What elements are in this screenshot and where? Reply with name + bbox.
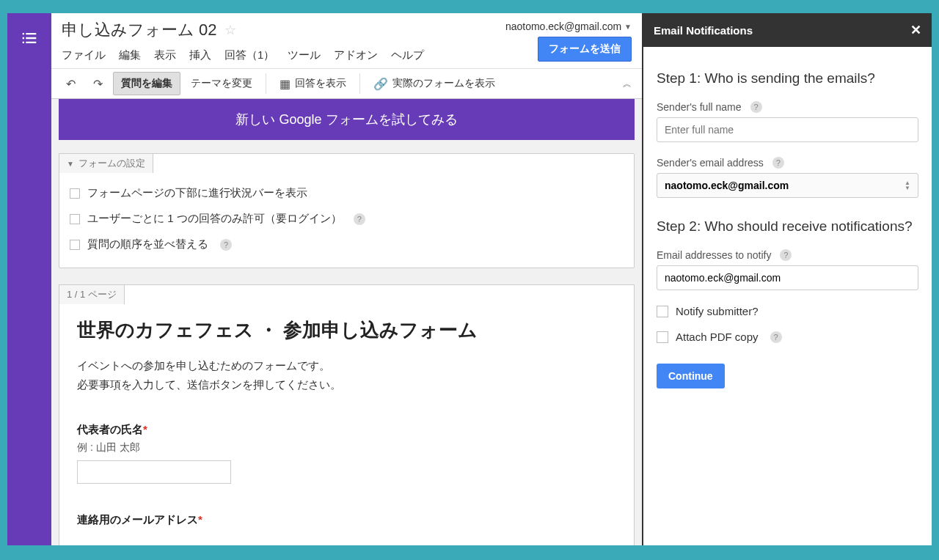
notify-addr-label: Email addresses to notify? — [657, 249, 918, 261]
change-theme-tab[interactable]: テーマを変更 — [183, 73, 260, 95]
account-email: naotomo.eck@gmail.com — [505, 21, 621, 32]
menu-help[interactable]: ヘルプ — [391, 48, 424, 62]
table-icon: ▦ — [279, 77, 291, 91]
redo-icon: ↷ — [93, 77, 103, 91]
form-page: 1 / 1 ページ 世界のカフェフェス ・ 参加申し込みフォーム イベントへの参… — [59, 284, 635, 545]
step2-heading: Step 2: Who should receive notifications… — [657, 218, 918, 235]
try-new-forms-banner[interactable]: 新しい Google フォームを試してみる — [59, 99, 635, 140]
help-icon[interactable]: ? — [780, 249, 792, 261]
page-indicator: 1 / 1 ページ — [59, 284, 125, 304]
show-responses-tab[interactable]: ▦回答を表示 — [272, 73, 354, 95]
menu-addons[interactable]: アドオン — [334, 48, 378, 62]
help-icon[interactable]: ? — [354, 213, 365, 225]
checkbox-icon — [70, 240, 80, 250]
separator — [266, 73, 266, 94]
required-mark: * — [143, 423, 147, 435]
sender-name-label: Sender's full name? — [657, 101, 918, 113]
continue-button[interactable]: Continue — [657, 364, 725, 388]
chevron-down-icon: ▼ — [67, 160, 74, 168]
close-icon[interactable]: ✕ — [910, 22, 921, 38]
form-settings-tab[interactable]: ▼ フォームの設定 — [59, 153, 153, 173]
toolbar: ↶ ↷ 質問を編集 テーマを変更 ▦回答を表示 🔗実際のフォームを表示 ︽ — [51, 69, 642, 99]
menu-tools[interactable]: ツール — [288, 48, 321, 62]
account-menu[interactable]: naotomo.eck@gmail.com ▼ — [505, 21, 632, 32]
help-icon[interactable]: ? — [220, 239, 232, 251]
form-settings-panel: ▼ フォームの設定 フォームページの下部に進行状況バーを表示 ユーザーごとに 1… — [59, 153, 635, 268]
undo-icon: ↶ — [66, 77, 76, 91]
setting-shuffle[interactable]: 質問の順序を並べ替える ? — [70, 232, 624, 257]
required-mark: * — [198, 513, 202, 526]
document-title[interactable]: 申し込みフォーム 02 — [62, 19, 217, 41]
help-icon[interactable]: ? — [770, 331, 782, 343]
edit-questions-tab[interactable]: 質問を編集 — [113, 72, 180, 95]
email-notifications-sidebar: Email Notifications ✕ Step 1: Who is sen… — [642, 13, 932, 545]
step1-heading: Step 1: Who is sending the emails? — [657, 70, 918, 86]
header: 申し込みフォーム 02 ☆ naotomo.eck@gmail.com ▼ フォ… — [51, 13, 642, 69]
attach-pdf-checkbox[interactable]: Attach PDF copy ? — [657, 331, 918, 343]
menu-responses[interactable]: 回答（1） — [224, 48, 274, 62]
checkbox-icon — [657, 306, 668, 317]
setting-one-response[interactable]: ユーザーごとに 1 つの回答のみ許可（要ログイン） ? — [70, 206, 624, 232]
checkbox-icon — [657, 331, 668, 343]
chevron-down-icon: ▼ — [624, 23, 632, 31]
menu-edit[interactable]: 編集 — [119, 48, 141, 62]
sender-name-input[interactable] — [657, 117, 918, 142]
sidebar-title: Email Notifications — [654, 24, 753, 37]
form-title[interactable]: 世界のカフェフェス ・ 参加申し込みフォーム — [77, 317, 616, 343]
question-name-label[interactable]: 代表者の氏名* — [77, 423, 616, 437]
menu-file[interactable]: ファイル — [62, 48, 106, 62]
question-name-hint: 例 : 山田 太郎 — [77, 441, 616, 454]
sender-email-select[interactable]: naotomo.eck@gmail.com ▲▼ — [657, 173, 918, 198]
checkbox-icon — [70, 214, 80, 224]
checkbox-icon — [70, 188, 80, 199]
list-icon — [19, 28, 40, 51]
undo-button[interactable]: ↶ — [59, 73, 83, 95]
question-email-label[interactable]: 連絡用のメールアドレス* — [77, 513, 616, 527]
setting-progress-bar[interactable]: フォームページの下部に進行状況バーを表示 — [70, 180, 624, 206]
notify-submitter-checkbox[interactable]: Notify submitter? — [657, 305, 918, 317]
show-live-form-tab[interactable]: 🔗実際のフォームを表示 — [366, 73, 503, 95]
help-icon[interactable]: ? — [750, 101, 762, 113]
select-arrows-icon: ▲▼ — [905, 180, 910, 191]
link-icon: 🔗 — [373, 77, 388, 91]
menu-view[interactable]: 表示 — [154, 48, 176, 62]
separator — [359, 73, 360, 94]
editor-canvas: 新しい Google フォームを試してみる ▼ フォームの設定 フォームページの… — [51, 99, 642, 545]
sender-email-label: Sender's email address? — [657, 157, 918, 169]
question-name-input[interactable] — [77, 460, 231, 484]
app-menu-strip[interactable] — [7, 13, 51, 545]
sidebar-header: Email Notifications ✕ — [643, 13, 932, 47]
collapse-toolbar-icon[interactable]: ︽ — [623, 78, 632, 90]
redo-button[interactable]: ↷ — [86, 73, 110, 95]
star-icon[interactable]: ☆ — [224, 22, 236, 38]
form-description[interactable]: イベントへの参加を申し込むためのフォームです。 必要事項を入力して、送信ボタンを… — [77, 356, 616, 394]
help-icon[interactable]: ? — [772, 157, 784, 169]
send-form-button[interactable]: フォームを送信 — [538, 37, 632, 62]
notify-addr-input[interactable] — [657, 265, 918, 290]
menu-insert[interactable]: 挿入 — [189, 48, 211, 62]
